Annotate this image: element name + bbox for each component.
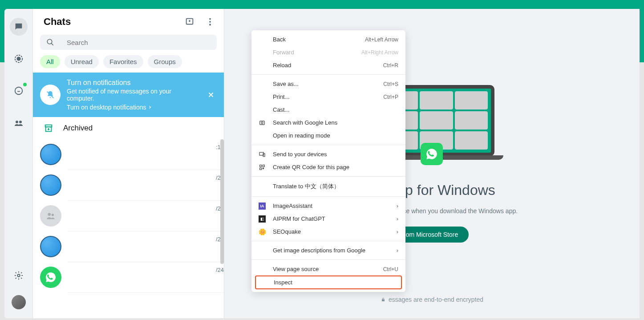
cm-inspect[interactable]: Inspect [255, 275, 402, 289]
aiprm-icon: ◧ [259, 215, 266, 223]
bell-icon-circle [40, 85, 61, 105]
filter-row: All Unread Favorites Groups [33, 53, 224, 73]
gear-icon [14, 271, 24, 280]
notification-dot [23, 83, 27, 86]
seoquake-icon: 🌼 [259, 228, 266, 235]
search-input[interactable] [67, 39, 211, 46]
settings-rail-icon[interactable] [10, 267, 28, 284]
chevron-right-icon: › [397, 228, 398, 235]
svg-point-10 [47, 39, 52, 44]
chat-list-panel: Chats All Unread F [33, 9, 224, 318]
close-icon [207, 91, 215, 99]
new-chat-icon [185, 17, 194, 27]
notification-close-button[interactable] [205, 89, 217, 101]
group-icon [45, 210, 57, 222]
chat-avatar [40, 174, 61, 196]
encryption-text: essages are end-to-end encrypted [389, 296, 483, 303]
chevron-right-icon: › [397, 215, 398, 222]
cm-aiprm[interactable]: ◧ AIPRM for ChatGPT › [251, 212, 405, 225]
chat-avatar [40, 236, 61, 257]
notification-link-text: Turn on desktop notifications [67, 104, 146, 111]
whatsapp-logo-overlay [421, 143, 443, 165]
cm-reading-mode[interactable]: Open in reading mode [251, 129, 405, 142]
svg-rect-23 [260, 168, 262, 170]
status-ring-icon [14, 54, 24, 64]
svg-point-1 [17, 57, 20, 60]
encryption-note: essages are end-to-end encrypted [381, 296, 483, 303]
chevron-right-icon [148, 105, 152, 109]
cm-back[interactable]: Back Alt+Left Arrow [251, 33, 405, 46]
svg-rect-17 [260, 121, 265, 125]
cm-qr-code[interactable]: Create QR Code for this page [251, 161, 405, 174]
cm-print[interactable]: Print... Ctrl+P [251, 90, 405, 103]
archived-row[interactable]: Archived [33, 117, 224, 139]
cm-google-lens[interactable]: Search with Google Lens [251, 116, 405, 129]
notification-title: Turn on notifications [67, 79, 199, 87]
cm-translate[interactable]: Translate to 中文（简体） [251, 179, 405, 194]
svg-point-18 [261, 122, 263, 124]
cm-cast[interactable]: Cast... [251, 103, 405, 116]
chat-item[interactable]: /24 [33, 231, 224, 262]
archive-icon [44, 123, 53, 133]
chevron-right-icon: › [397, 203, 398, 209]
chat-item[interactable]: /24 [33, 262, 224, 292]
svg-rect-24 [263, 168, 263, 169]
chat-avatar [40, 144, 61, 165]
bell-slash-icon [45, 90, 55, 100]
status-rail-icon[interactable] [10, 50, 28, 68]
nav-rail [4, 9, 33, 318]
qr-icon [259, 164, 266, 171]
svg-point-4 [19, 121, 22, 123]
svg-point-5 [17, 274, 20, 277]
svg-point-15 [52, 214, 54, 216]
chat-item[interactable]: :13 [33, 139, 224, 170]
filter-groups[interactable]: Groups [148, 55, 182, 68]
chat-item[interactable]: /24 [33, 201, 224, 231]
image-assistant-icon: IA [259, 203, 266, 210]
notification-link[interactable]: Turn on desktop notifications [67, 104, 152, 111]
cm-send-devices[interactable]: Send to your devices [251, 148, 405, 161]
filter-all[interactable]: All [40, 55, 60, 68]
channel-bubble-icon [14, 86, 24, 96]
svg-point-14 [48, 213, 51, 216]
svg-point-2 [15, 87, 22, 95]
svg-point-8 [209, 21, 211, 23]
filter-unread[interactable]: Unread [65, 55, 99, 68]
svg-rect-22 [263, 165, 264, 166]
cm-reload[interactable]: Reload Ctrl+R [251, 59, 405, 72]
context-menu: Back Alt+Left Arrow Forward Alt+Right Ar… [251, 30, 405, 292]
svg-point-7 [209, 18, 211, 20]
whatsapp-icon [45, 271, 57, 283]
new-chat-button[interactable] [185, 17, 194, 27]
channels-rail-icon[interactable] [10, 82, 28, 100]
menu-button[interactable] [205, 17, 215, 27]
more-vertical-icon [205, 17, 215, 27]
cm-forward: Forward Alt+Right Arrow [251, 46, 405, 59]
chats-title: Chats [44, 16, 71, 28]
svg-rect-16 [382, 300, 385, 302]
chat-icon [14, 22, 24, 32]
chat-list-header: Chats [33, 9, 224, 31]
chat-time: /24 [216, 267, 224, 273]
profile-avatar[interactable] [12, 295, 26, 309]
chat-item[interactable]: /24 [33, 170, 224, 200]
scrollbar-thumb[interactable] [220, 139, 224, 264]
search-box[interactable] [40, 35, 217, 50]
notification-body: Get notified of new messages on your com… [67, 88, 199, 102]
chats-rail-icon[interactable] [10, 18, 28, 36]
cm-seoquake[interactable]: 🌼 SEOquake › [251, 225, 405, 238]
chat-list: :13 /24 /24 /24 [33, 139, 224, 318]
chevron-right-icon: › [397, 247, 398, 254]
app-frame: Chats All Unread F [0, 5, 644, 320]
communities-rail-icon[interactable] [10, 114, 28, 132]
notification-banner: Turn on notifications Get notified of ne… [33, 73, 224, 117]
whatsapp-icon [425, 148, 438, 160]
cm-view-source[interactable]: View page source Ctrl+U [251, 263, 405, 275]
cm-save-as[interactable]: Save as... Ctrl+S [251, 77, 405, 90]
cm-image-descriptions[interactable]: Get image descriptions from Google › [251, 244, 405, 257]
archived-label: Archived [63, 124, 93, 133]
download-button[interactable]: om Microsoft Store [395, 227, 469, 243]
cm-image-assistant[interactable]: IA ImageAssistant › [251, 199, 405, 212]
filter-favorites[interactable]: Favorites [103, 55, 143, 68]
svg-point-3 [16, 121, 18, 123]
